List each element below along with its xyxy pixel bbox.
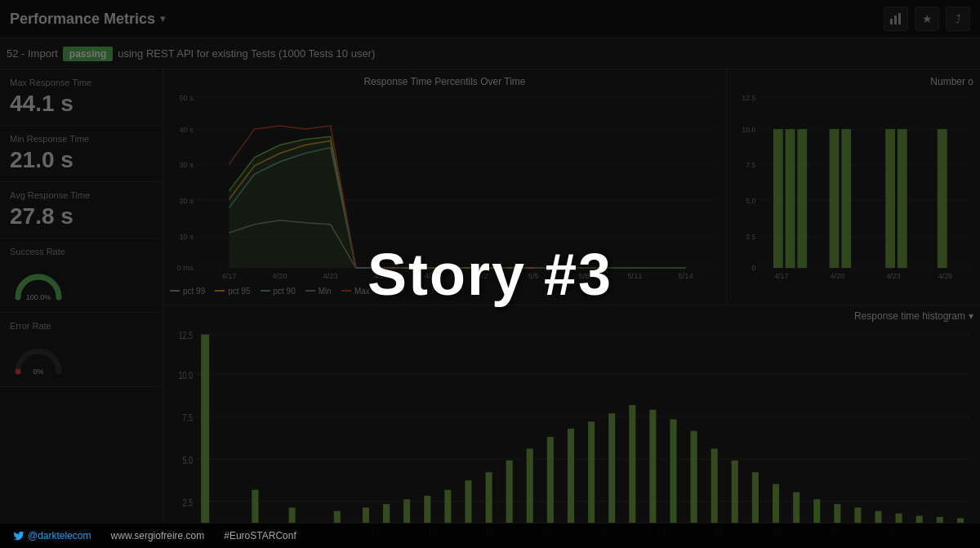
left-sidebar: Max Response Time 44.1 s Min Response Ti… [0,69,163,548]
svg-rect-0 [890,19,893,25]
svg-text:0 ms: 0 ms [177,264,194,272]
svg-text:4/20: 4/20 [831,272,844,280]
histogram-title-text: Response time histogram [854,310,965,322]
svg-rect-99 [773,483,779,523]
number-chart-panel: Number o 12.5 10.0 7.5 5.0 2.5 0 [727,69,980,305]
top-row: Response Time Percentils Over Time 50 s … [163,69,980,305]
svg-rect-108 [957,518,964,523]
svg-rect-107 [937,516,943,522]
header-icons: ★ ⤴ [884,7,970,31]
svg-text:0%: 0% [33,368,43,376]
svg-text:20 s: 20 s [179,197,194,205]
svg-rect-100 [793,492,800,522]
svg-rect-90 [588,421,595,523]
svg-rect-79 [363,507,369,523]
subtitle-suffix: using REST API for existing Tests (1000 … [118,47,375,60]
svg-rect-92 [629,405,635,523]
bar-chart-icon[interactable] [884,7,908,31]
svg-rect-97 [732,460,738,522]
svg-rect-87 [527,448,533,523]
svg-rect-82 [424,496,430,523]
error-rate-label: Error Rate [10,321,153,331]
svg-rect-1 [894,16,897,25]
star-icon[interactable]: ★ [915,7,939,31]
svg-rect-46 [797,129,807,268]
histogram-svg: 12.5 10.0 7.5 5.0 2.5 8 10 14 16 18 20 [170,325,973,537]
svg-text:5/2: 5/2 [478,272,488,280]
footer-website: www.sergiofreire.com [111,530,205,541]
chart-legend: pct 99 pct 95 pct 90 Min [170,287,719,296]
svg-rect-101 [813,499,820,523]
svg-rect-106 [916,515,923,523]
share-icon[interactable]: ⤴ [946,7,970,31]
svg-text:4/17: 4/17 [221,272,236,280]
svg-rect-75 [201,334,209,523]
svg-rect-80 [383,504,390,523]
error-rate-card: Error Rate 0% [0,313,163,387]
pct90-color [261,290,270,292]
svg-text:4/26: 4/26 [938,272,952,280]
svg-rect-76 [252,489,258,522]
pct90-label: pct 90 [274,287,296,296]
svg-rect-91 [608,413,615,523]
svg-rect-51 [938,129,947,268]
error-gauge-svg: 0% [10,337,67,378]
page-title: Performance Metrics [10,11,155,28]
header: Performance Metrics ▾ ★ ⤴ [0,0,980,38]
svg-rect-45 [786,129,795,268]
pct99-color [170,290,180,292]
title-chevron[interactable]: ▾ [160,13,165,25]
svg-text:4/20: 4/20 [273,272,287,280]
max-response-card: Max Response Time 44.1 s [0,69,163,126]
svg-rect-47 [830,129,840,268]
legend-max: Max [341,287,370,296]
footer-hashtag: #EuroSTARConf [224,530,296,541]
svg-text:4/17: 4/17 [774,272,788,280]
svg-text:4/23: 4/23 [323,272,338,280]
header-title-group: Performance Metrics ▾ [10,11,165,28]
svg-rect-2 [898,13,901,25]
success-rate-gauge: 100.0% [10,263,153,304]
subtitle-bar: 52 - Import passing using REST API for e… [0,38,980,69]
response-time-chart-area: 50 s 40 s 30 s 20 s 10 s 0 ms [170,91,719,283]
svg-text:2.5: 2.5 [183,497,194,508]
histogram-panel: Response time histogram ▾ 12.5 10.0 7.5 … [163,305,980,549]
max-response-label: Max Response Time [10,78,153,87]
svg-rect-78 [334,510,341,522]
legend-pct90: pct 90 [261,287,296,296]
svg-text:4/26: 4/26 [374,272,389,280]
success-rate-label: Success Rate [10,247,153,256]
svg-rect-84 [465,480,471,523]
svg-rect-83 [444,489,451,522]
pct99-label: pct 99 [183,287,205,296]
main-layout: Max Response Time 44.1 s Min Response Ti… [0,69,980,548]
histogram-title: Response time histogram ▾ [170,310,973,322]
svg-rect-95 [691,430,697,522]
success-rate-card: Success Rate 100.0% [0,238,163,313]
right-content: Response Time Percentils Over Time 50 s … [163,69,980,548]
avg-response-card: Avg Response Time 27.8 s [0,182,163,238]
svg-text:2.5: 2.5 [746,233,755,241]
avg-response-value: 27.8 s [10,203,153,229]
svg-rect-103 [854,507,861,523]
svg-rect-81 [403,499,410,523]
svg-rect-44 [773,129,783,268]
legend-pct95: pct 95 [215,287,250,296]
svg-text:4/23: 4/23 [886,272,900,280]
svg-rect-105 [896,513,902,523]
min-response-card: Min Response Time 21.0 s [0,126,163,182]
svg-rect-49 [885,129,895,268]
svg-rect-86 [506,460,513,522]
error-rate-gauge: 0% [10,337,153,378]
footer: @darktelecom www.sergiofreire.com #EuroS… [0,523,980,548]
svg-text:7.5: 7.5 [183,412,194,423]
svg-text:0: 0 [752,264,756,272]
svg-rect-85 [486,472,492,523]
svg-text:5.0: 5.0 [746,197,755,205]
svg-text:5/8: 5/8 [579,272,590,280]
svg-rect-104 [875,510,882,522]
svg-rect-98 [752,472,759,523]
svg-text:5.0: 5.0 [183,454,194,466]
svg-text:30 s: 30 s [179,161,194,169]
svg-text:12.5: 12.5 [742,94,755,102]
